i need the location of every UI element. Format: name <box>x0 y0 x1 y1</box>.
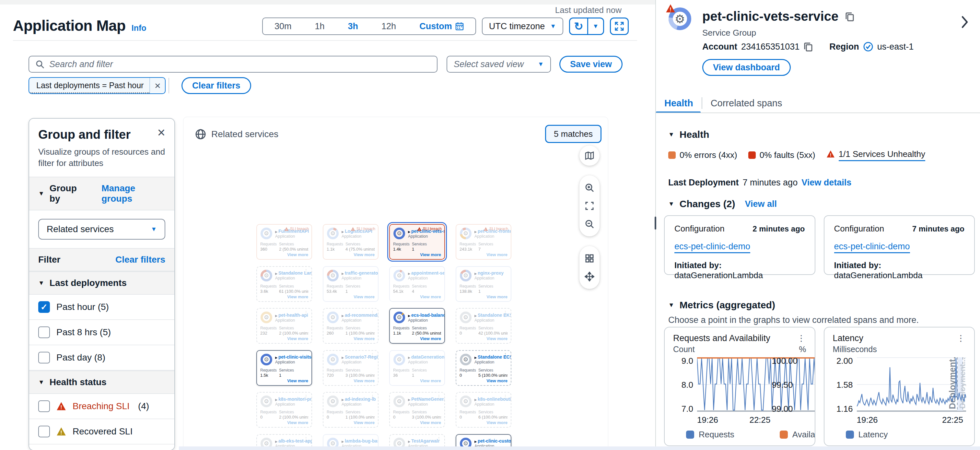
kebab-menu-icon[interactable]: ⋮ <box>503 394 508 400</box>
filter-option-row[interactable]: Past day (8) <box>29 345 174 370</box>
checkbox[interactable]: ✓ <box>38 301 50 313</box>
fit-button[interactable] <box>579 197 600 215</box>
filter-section-last-deployments[interactable]: ▼Last deployments <box>29 271 174 295</box>
service-name[interactable]: ▶TestAgarwalr <box>408 438 440 444</box>
service-card-logisticsapi[interactable]: ⚙▶LogisticsAPIApplicationRequestsService… <box>323 224 379 260</box>
time-range-3h[interactable]: 3h <box>336 18 370 34</box>
filter-option-row[interactable]: Past 8 hrs (5) <box>29 320 174 345</box>
service-name[interactable]: ▶pet-health-api <box>275 313 308 318</box>
view-more-link[interactable]: View more <box>487 420 508 425</box>
filter-option-row[interactable]: ✓Past hour (5) <box>29 295 174 320</box>
view-details-link[interactable]: View details <box>802 178 851 188</box>
service-card-pet-clinic-visits-service[interactable]: ⚙▶pet-clinic-visits-serviceApplicationRe… <box>256 350 312 386</box>
clear-filters-button[interactable]: Clear filters <box>181 77 251 94</box>
view-more-link[interactable]: View more <box>287 336 308 341</box>
view-more-link[interactable]: View more <box>353 294 375 299</box>
service-card-pet-clinic-vets-service[interactable]: ⚙▶pet-clinic-vets-serviceApplicationRequ… <box>389 224 445 260</box>
time-range-12h[interactable]: 12h <box>370 18 408 34</box>
zoom-in-button[interactable] <box>579 179 600 197</box>
map-button[interactable] <box>579 147 600 165</box>
service-card-datagenerationlambda[interactable]: ⚙▶dataGenerationLambdaApplicationRequest… <box>389 350 445 386</box>
filter-section-health-status[interactable]: ▼Health status <box>29 370 174 394</box>
filter-chip-close-button[interactable]: × <box>150 78 165 93</box>
service-card-k8s-onlineboutique-60-[interactable]: ⚙▶k8s-onlineboutique-60...ApplicationReq… <box>456 392 511 428</box>
view-more-link[interactable]: View more <box>487 252 508 257</box>
service-name[interactable]: ▶appointment-service-g... <box>408 270 444 276</box>
save-view-button[interactable]: Save view <box>559 56 622 73</box>
kebab-menu-icon[interactable]: ⋮ <box>370 352 375 358</box>
changes-section-header[interactable]: ▼ Changes (2) View all <box>668 198 777 209</box>
manage-groups-link[interactable]: Manage groups <box>102 183 165 204</box>
services-unhealthy-link[interactable]: 1/1 Services Unhealthy <box>839 149 925 161</box>
kebab-menu-icon[interactable]: ⋮ <box>503 352 508 358</box>
filter-chip[interactable]: Last deployments = Past hour × <box>29 77 165 94</box>
view-more-link[interactable]: View more <box>420 420 441 425</box>
fullscreen-button[interactable] <box>610 18 629 35</box>
view-more-link[interactable]: View more <box>353 336 375 341</box>
view-more-link[interactable]: View more <box>353 420 375 425</box>
group-by-section-header[interactable]: ▼ Group by Manage groups <box>29 177 174 211</box>
service-card-petnamegenerator[interactable]: ⚙▶PetNameGeneratorApplicationRequestsSer… <box>389 392 445 428</box>
view-more-link[interactable]: View more <box>420 252 441 257</box>
service-card-ad-indexing-lb[interactable]: ⚙▶ad-indexing-lbApplicationRequestsServi… <box>323 392 379 428</box>
chart-plot[interactable]: Deployment...Deployment... <box>857 357 966 412</box>
checkbox[interactable] <box>38 327 50 338</box>
kebab-menu-icon[interactable]: ⋮ <box>304 436 309 442</box>
service-card-nginx-proxy[interactable]: ⚙▶nginx-proxyApplicationRequestsServices… <box>456 266 511 302</box>
service-card-pet-clinic-frontend-java[interactable]: ⚙▶pet-clinic-frontend-javaApplicationReq… <box>456 224 511 260</box>
service-name[interactable]: ▶nginx-proxy <box>474 270 504 276</box>
view-more-link[interactable]: View more <box>287 420 308 425</box>
metrics-section-header[interactable]: ▼ Metrics (aggregated) <box>668 300 775 311</box>
service-name[interactable]: ▶pet-clinic-visits-service <box>275 354 312 359</box>
view-more-link[interactable]: View more <box>420 378 441 383</box>
service-card-fulfillmentapi[interactable]: ⚙▶FulfillmentAPIApplicationRequestsServi… <box>256 224 312 260</box>
clear-filters-link[interactable]: Clear filters <box>115 254 165 265</box>
time-range-1h[interactable]: 1h <box>303 18 336 34</box>
kebab-menu-icon[interactable]: ⋮ <box>370 394 375 400</box>
service-name[interactable]: ▶traffic-generator <box>342 270 378 276</box>
filter-option-row[interactable]: !Recovered SLI <box>29 419 174 445</box>
refresh-button[interactable]: ↻ <box>570 19 588 34</box>
info-link[interactable]: Info <box>132 23 146 33</box>
service-card-traffic-generator[interactable]: ⚙▶traffic-generatorApplicationRequestsSe… <box>323 266 379 302</box>
service-name[interactable]: ▶lambda-bug-bash <box>342 438 378 444</box>
change-resource-link[interactable]: ecs-pet-clinic-demo <box>834 241 910 253</box>
refresh-options-button[interactable]: ▼ <box>588 19 603 34</box>
view-more-link[interactable]: View more <box>420 336 441 341</box>
service-card-k8s-monitori-prometh-[interactable]: ⚙▶k8s-monitori-prometh...ApplicationRequ… <box>256 392 312 428</box>
kebab-menu-icon[interactable]: ⋮ <box>304 310 309 316</box>
health-section-header[interactable]: ▼ Health <box>668 129 710 140</box>
panel-resize-handle[interactable] <box>655 217 656 230</box>
view-more-link[interactable]: View more <box>487 378 508 383</box>
time-range-custom[interactable]: Custom <box>408 18 476 34</box>
copy-icon[interactable] <box>803 42 813 51</box>
service-card-standalone-eks[interactable]: ⚙▶Standalone EKSApplicationRequestsServi… <box>456 308 511 344</box>
time-range-30m[interactable]: 30m <box>263 18 303 34</box>
close-panel-button[interactable]: × <box>157 128 165 137</box>
timezone-select[interactable]: UTC timezone ▼ <box>482 18 563 35</box>
service-name[interactable]: ▶pet-clinic-customers-s... <box>474 438 511 444</box>
view-more-link[interactable]: View more <box>353 378 375 383</box>
view-all-link[interactable]: View all <box>745 199 777 209</box>
chevron-right-icon[interactable] <box>961 16 969 30</box>
view-more-link[interactable]: View more <box>487 294 508 299</box>
tab-health[interactable]: Health <box>656 95 702 112</box>
kebab-menu-icon[interactable]: ⋮ <box>436 436 442 442</box>
kebab-menu-icon[interactable]: ⋮ <box>797 333 806 343</box>
zoom-out-button[interactable] <box>579 215 600 233</box>
service-card-standalone-lambda[interactable]: ⚙▶Standalone LambdaApplicationRequestsSe… <box>256 266 312 302</box>
grid-button[interactable] <box>579 249 600 268</box>
service-card-pet-health-api[interactable]: ⚙▶pet-health-apiApplicationRequestsServi… <box>256 308 312 344</box>
change-resource-link[interactable]: ecs-pet-clinic-demo <box>675 241 750 253</box>
view-dashboard-button[interactable]: View dashboard <box>702 59 791 76</box>
service-card-appointment-service-g-[interactable]: ⚙▶appointment-service-g...ApplicationReq… <box>389 266 445 302</box>
service-card-scenario7-registerne-[interactable]: ⚙▶Scenario7-RegisterNe...ApplicationRequ… <box>323 350 379 386</box>
view-more-link[interactable]: View more <box>487 336 508 341</box>
checkbox[interactable] <box>38 352 50 364</box>
service-card-ad-recommendation-lb[interactable]: ⚙▶ad-recommendation-lbApplicationRequest… <box>323 308 379 344</box>
kebab-menu-icon[interactable]: ⋮ <box>503 310 508 316</box>
tab-correlated-spans[interactable]: Correlated spans <box>702 95 791 112</box>
chart-plot[interactable]: Deployment...Deployment... <box>697 357 768 412</box>
search-input[interactable]: Search and filter <box>29 56 438 73</box>
group-by-select[interactable]: Related services ▼ <box>38 219 165 239</box>
